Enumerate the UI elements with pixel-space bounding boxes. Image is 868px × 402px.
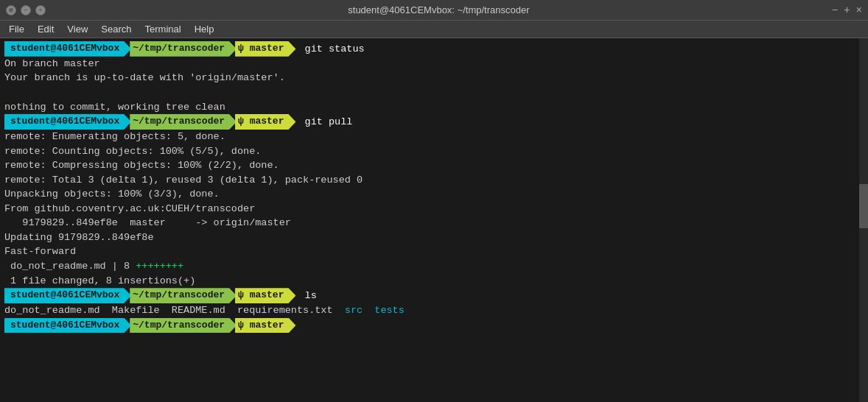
output-line-4: remote: Enumerating objects: 5, done. — [4, 130, 864, 144]
output-line-11: Updating 9179829..849ef8e — [4, 230, 864, 245]
ls-output-line: do_not_readme.md Makefile README.md requ… — [4, 303, 864, 318]
text-uptodate: Your branch is up-to-date with 'origin/m… — [4, 71, 285, 85]
scrollbar-thumb[interactable] — [859, 184, 868, 228]
prompt-line-4: student@4061CEMvbox ~/tmp/transcoder ψ m… — [4, 318, 864, 334]
prompt-cmd-3: ls — [298, 289, 316, 303]
window-icon: ▣ — [6, 5, 16, 15]
text-nothing-to-commit: nothing to commit, working tree clean — [4, 100, 225, 115]
output-line-1: On branch master — [4, 57, 864, 71]
ls-tests: tests — [374, 303, 405, 318]
cursor-block — [298, 318, 304, 333]
prompt-branch-4: ψ master — [235, 318, 295, 334]
prompt-dir-2: ~/tmp/transcoder — [130, 114, 237, 130]
output-line-12: Fast-forward — [4, 244, 864, 259]
window-action-buttons[interactable]: − + × — [832, 4, 862, 16]
prompt-user-2: student@4061CEMvbox — [4, 114, 131, 130]
maximize-action[interactable]: + — [844, 4, 850, 16]
prompt-line-2: student@4061CEMvbox ~/tmp/transcoder ψ m… — [4, 114, 864, 130]
prompt-line-3: student@4061CEMvbox ~/tmp/transcoder ψ m… — [4, 288, 864, 303]
terminal-output[interactable]: student@4061CEMvbox ~/tmp/transcoder ψ m… — [0, 38, 868, 402]
output-line-5: remote: Counting objects: 100% (5/5), do… — [4, 144, 864, 159]
menu-bar: File Edit View Search Terminal Help — [0, 21, 868, 38]
minimize-action[interactable]: − — [832, 4, 838, 16]
prompt-cmd-2: git pull — [298, 115, 352, 130]
scrollbar[interactable] — [859, 38, 868, 402]
prompt-dir-1: ~/tmp/transcoder — [130, 41, 237, 57]
ls-files: do_not_readme.md Makefile README.md requ… — [4, 303, 345, 318]
empty-line-1 — [4, 85, 864, 100]
output-line-14: 1 file changed, 8 insertions(+) — [4, 274, 864, 289]
prompt-branch-1: ψ master — [235, 41, 295, 57]
title-bar: ▣ − + student@4061CEMvbox: ~/tmp/transco… — [0, 0, 868, 21]
output-line-2: Your branch is up-to-date with 'origin/m… — [4, 71, 864, 85]
menu-help[interactable]: Help — [189, 22, 220, 36]
output-line-7: remote: Total 3 (delta 1), reused 3 (del… — [4, 173, 864, 188]
prompt-branch-2: ψ master — [235, 114, 295, 130]
menu-file[interactable]: File — [3, 22, 30, 36]
close-action[interactable]: × — [856, 4, 862, 16]
prompt-user-4: student@4061CEMvbox — [4, 318, 131, 334]
prompt-line-1: student@4061CEMvbox ~/tmp/transcoder ψ m… — [4, 41, 864, 57]
output-line-13: do_not_readme.md | 8 ++++++++ — [4, 259, 864, 274]
ls-src: src — [345, 303, 363, 318]
prompt-cmd-1: git status — [298, 42, 364, 57]
minimize-button[interactable]: − — [21, 5, 31, 15]
menu-view[interactable]: View — [61, 22, 94, 36]
maximize-button[interactable]: + — [35, 5, 46, 15]
output-line-8: Unpacking objects: 100% (3/3), done. — [4, 187, 864, 202]
output-line-3: nothing to commit, working tree clean — [4, 100, 864, 115]
prompt-branch-3: ψ master — [235, 288, 295, 303]
output-line-6: remote: Compressing objects: 100% (2/2),… — [4, 158, 864, 173]
prompt-user-1: student@4061CEMvbox — [4, 41, 131, 57]
prompt-dir-4: ~/tmp/transcoder — [130, 318, 237, 334]
window-title: student@4061CEMvbox: ~/tmp/transcoder — [46, 4, 832, 15]
prompt-user-3: student@4061CEMvbox — [4, 288, 131, 303]
prompt-dir-3: ~/tmp/transcoder — [130, 288, 237, 303]
text-on-branch: On branch master — [4, 57, 100, 71]
menu-terminal[interactable]: Terminal — [139, 22, 187, 36]
menu-search[interactable]: Search — [95, 22, 137, 36]
output-line-10: 9179829..849ef8e master -> origin/master — [4, 216, 864, 230]
window-controls[interactable]: ▣ − + — [6, 5, 46, 15]
menu-edit[interactable]: Edit — [32, 22, 60, 36]
output-line-9: From github.coventry.ac.uk:CUEH/transcod… — [4, 202, 864, 216]
